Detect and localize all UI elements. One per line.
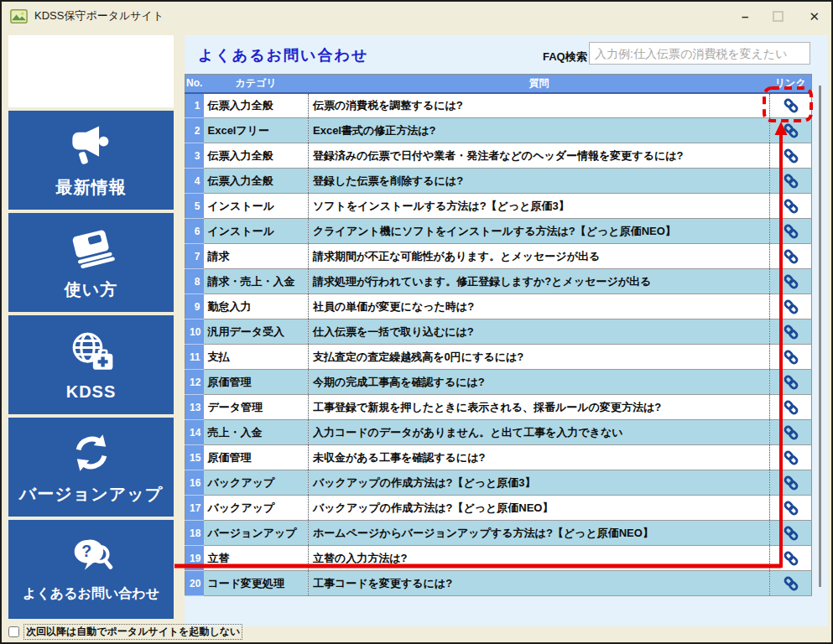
row-link-cell[interactable]	[770, 269, 812, 294]
link-icon	[782, 398, 800, 417]
row-link-cell[interactable]	[770, 319, 812, 345]
titlebar: KDSS保守ポータルサイト – ✕	[2, 2, 831, 30]
question-search-icon: ?	[70, 536, 113, 579]
table-row[interactable]: 18 バージョンアップ ホームページからバージョンアップする方法は?【どっと原価…	[185, 521, 812, 546]
row-question: 今期の完成工事高を確認するには?	[309, 370, 770, 395]
footer-bar: 次回以降は自動でポータルサイトを起動しない	[8, 623, 242, 640]
table-row[interactable]: 8 請求・売上・入金 請求処理が行われています。修正登録しますか?とメッセージが…	[185, 269, 812, 294]
close-button[interactable]: ✕	[809, 10, 820, 23]
link-icon	[782, 147, 800, 165]
sidebar-item-how-to-use[interactable]: 使い方	[8, 213, 174, 312]
table-row[interactable]: 19 立替 立替の入力方法は?	[185, 546, 812, 571]
table-row[interactable]: 5 インストール ソフトをインストールする方法は?【どっと原価3】	[185, 194, 812, 219]
table-row[interactable]: 11 支払 支払査定の査定繰越残高を0円にするには?	[185, 345, 812, 370]
sidebar-item-latest-news[interactable]: 最新情報	[8, 111, 174, 210]
table-row[interactable]: 7 請求 請求期間が不正な可能性があります。とメッセージが出る	[185, 244, 812, 269]
link-icon	[782, 423, 800, 442]
row-link-cell[interactable]	[770, 420, 812, 445]
table-row[interactable]: 4 伝票入力全般 登録した伝票を削除するには?	[185, 169, 812, 194]
sidebar-item-kdss[interactable]: KDSS	[8, 315, 174, 414]
row-link-cell[interactable]	[770, 496, 812, 521]
row-question: 仕入伝票を一括で取り込むには?	[309, 319, 770, 345]
globe-medical-icon	[67, 328, 116, 377]
app-window: KDSS保守ポータルサイト – ✕ 最新情報 使い方	[0, 0, 833, 644]
row-category: バックアップ	[204, 496, 309, 521]
row-link-cell[interactable]	[770, 445, 812, 470]
link-icon	[782, 273, 800, 291]
row-link-cell[interactable]	[770, 143, 812, 169]
row-number: 2	[185, 118, 204, 143]
minimize-button[interactable]: –	[742, 10, 747, 23]
row-category: 伝票入力全般	[204, 93, 309, 118]
link-icon	[782, 524, 800, 543]
row-category: 原価管理	[204, 370, 309, 395]
row-number: 5	[185, 194, 204, 219]
row-category: 汎用データ受入	[204, 319, 309, 345]
row-link-cell[interactable]	[770, 244, 812, 269]
row-number: 10	[185, 319, 204, 345]
row-link-cell[interactable]	[770, 194, 812, 219]
row-number: 16	[185, 470, 204, 496]
table-row[interactable]: 1 伝票入力全般 伝票の消費税を調整するには?	[185, 93, 812, 118]
row-link-cell[interactable]	[770, 571, 812, 596]
row-category: バージョンアップ	[204, 521, 309, 546]
table-row[interactable]: 15 原価管理 未収金がある工事を確認するには?	[185, 445, 812, 470]
row-category: インストール	[204, 194, 309, 219]
table-row[interactable]: 20 コード変更処理 工事コードを変更するには?	[185, 571, 812, 596]
faq-search-input[interactable]	[589, 42, 810, 65]
table-row[interactable]: 16 バックアップ バックアップの作成方法は?【どっと原価3】	[185, 470, 812, 496]
window-title: KDSS保守ポータルサイト	[34, 8, 164, 23]
row-link-cell[interactable]	[770, 169, 812, 194]
table-row[interactable]: 14 売上・入金 入力コードのデータがありません。と出て工事を入力できない	[185, 420, 812, 445]
row-link-cell[interactable]	[770, 546, 812, 571]
table-row[interactable]: 6 インストール クライアント機にソフトをインストールする方法は?【どっと原価N…	[185, 219, 812, 244]
row-link-cell[interactable]	[770, 118, 812, 143]
row-number: 19	[185, 546, 204, 571]
table-header-row: No. カテゴリ 質問 リンク	[185, 75, 812, 93]
link-icon	[782, 172, 800, 190]
table-row[interactable]: 13 データ管理 工事登録で新規を押したときに表示される、採番ルールの変更方法は…	[185, 395, 812, 420]
refresh-icon	[67, 428, 116, 477]
row-category: 請求・売上・入金	[204, 269, 309, 294]
table-row[interactable]: 9 勤怠入力 社員の単価が変更になった時は?	[185, 294, 812, 319]
sidebar-item-label: 使い方	[65, 278, 117, 301]
table-row[interactable]: 3 伝票入力全般 登録済みの伝票で日付や業者・発注者などのヘッダー情報を変更する…	[185, 143, 812, 169]
sidebar-item-faq[interactable]: ? よくあるお問い合わせ	[8, 520, 174, 619]
window-controls: – ✕	[742, 2, 820, 30]
sidebar-item-version-up[interactable]: バージョンアップ	[8, 418, 174, 517]
row-link-cell[interactable]	[770, 395, 812, 420]
vertical-scrollbar[interactable]	[819, 86, 821, 587]
row-question: 未収金がある工事を確認するには?	[309, 445, 770, 470]
row-link-cell[interactable]	[770, 521, 812, 546]
table-row[interactable]: 12 原価管理 今期の完成工事高を確認するには?	[185, 370, 812, 395]
row-category: インストール	[204, 219, 309, 244]
row-question: 登録した伝票を削除するには?	[309, 169, 770, 194]
row-question: 入力コードのデータがありません。と出て工事を入力できない	[309, 420, 770, 445]
row-question: 工事登録で新規を押したときに表示される、採番ルールの変更方法は?	[309, 395, 770, 420]
table-row[interactable]: 17 バックアップ バックアップの作成方法は?【どっと原価NEO】	[185, 496, 812, 521]
row-link-cell[interactable]	[770, 219, 812, 244]
row-link-cell[interactable]	[770, 370, 812, 395]
row-category: 立替	[204, 546, 309, 571]
startup-checkbox[interactable]	[8, 626, 19, 637]
table-row[interactable]: 10 汎用データ受入 仕入伝票を一括で取り込むには?	[185, 319, 812, 345]
row-question: 伝票の消費税を調整するには?	[309, 93, 770, 118]
row-number: 6	[185, 219, 204, 244]
row-number: 9	[185, 294, 204, 319]
link-icon	[782, 298, 800, 316]
faq-search-label: FAQ検索	[543, 49, 587, 65]
sidebar-item-label: よくあるお問い合わせ	[23, 585, 159, 603]
row-number: 14	[185, 420, 204, 445]
maximize-button[interactable]	[773, 11, 784, 22]
row-link-cell[interactable]	[770, 345, 812, 370]
row-number: 4	[185, 169, 204, 194]
row-link-cell[interactable]	[770, 93, 812, 118]
row-number: 1	[185, 93, 204, 118]
table-row[interactable]: 2 Excelフリー Excel書式の修正方法は?	[185, 118, 812, 143]
link-icon	[782, 323, 800, 341]
row-link-cell[interactable]	[770, 294, 812, 319]
faq-table: No. カテゴリ 質問 リンク 1 伝票入力全般 伝票の消費税を調整するには? …	[185, 74, 812, 596]
link-icon	[782, 549, 800, 568]
link-icon	[782, 222, 800, 241]
row-link-cell[interactable]	[770, 470, 812, 496]
